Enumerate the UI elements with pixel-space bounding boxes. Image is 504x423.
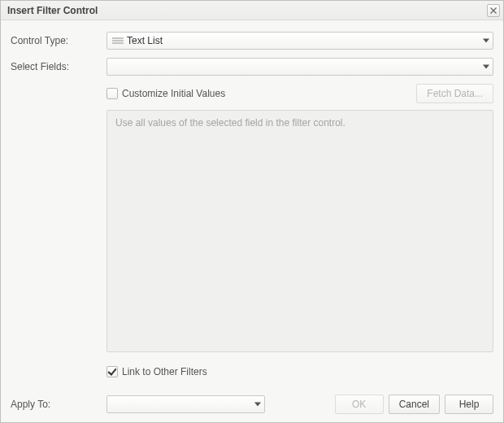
control-type-row: Control Type: Text List	[11, 32, 493, 50]
text-list-icon	[112, 37, 124, 44]
select-fields-row: Select Fields:	[11, 58, 493, 76]
button-bar: OK Cancel Help	[335, 395, 493, 414]
cancel-button[interactable]: Cancel	[389, 395, 440, 414]
cancel-label: Cancel	[399, 399, 429, 410]
chevron-down-icon	[483, 65, 489, 69]
select-fields-combo[interactable]	[106, 58, 493, 76]
titlebar: Insert Filter Control	[1, 1, 503, 20]
customize-label: Customize Initial Values	[122, 88, 225, 99]
select-fields-label: Select Fields:	[11, 61, 106, 72]
insert-filter-control-dialog: Insert Filter Control Control Type: Text…	[0, 0, 504, 423]
control-type-label: Control Type:	[11, 35, 106, 46]
svg-rect-3	[112, 40, 124, 41]
link-filters-checkbox[interactable]	[106, 366, 118, 377]
help-button[interactable]: Help	[445, 395, 493, 414]
apply-to-combo[interactable]	[106, 395, 265, 413]
options-block: Customize Initial Values Fetch Data... U…	[106, 84, 493, 391]
close-button[interactable]	[487, 4, 500, 17]
link-filters-row: Link to Other Filters	[106, 362, 493, 382]
dialog-body: Control Type: Text List Select Fields:	[1, 20, 503, 422]
dialog-title: Insert Filter Control	[7, 5, 487, 16]
ok-label: OK	[352, 399, 366, 410]
svg-rect-4	[112, 42, 124, 44]
close-icon	[490, 7, 497, 14]
initial-values-area[interactable]: Use all values of the selected field in …	[106, 110, 493, 352]
control-type-combo[interactable]: Text List	[106, 32, 493, 50]
apply-to-label: Apply To:	[11, 399, 106, 410]
customize-row: Customize Initial Values Fetch Data...	[106, 84, 493, 103]
ok-button[interactable]: OK	[335, 395, 384, 414]
chevron-down-icon	[254, 403, 261, 407]
help-label: Help	[459, 399, 480, 410]
link-filters-label: Link to Other Filters	[122, 366, 207, 377]
fetch-data-button[interactable]: Fetch Data...	[416, 84, 493, 103]
svg-rect-2	[112, 37, 124, 39]
control-type-value: Text List	[127, 35, 163, 46]
chevron-down-icon	[483, 39, 489, 43]
initial-values-placeholder: Use all values of the selected field in …	[115, 117, 345, 129]
bottom-row: Apply To: OK Cancel Help	[11, 395, 493, 414]
fetch-data-label: Fetch Data...	[427, 88, 483, 99]
customize-checkbox[interactable]	[106, 88, 118, 99]
